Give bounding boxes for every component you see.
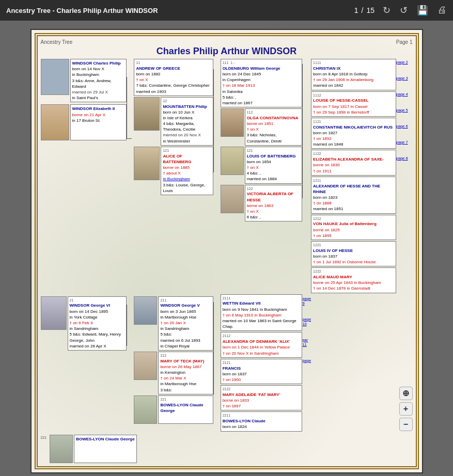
francis-name: FRANCIS	[223, 366, 301, 371]
von-hauke-number: 1212	[313, 216, 394, 221]
george-vi-died: † on 6 Feb X	[70, 320, 125, 326]
andrew-card: 11 ANDREW OF GREECE born on 1882 † on X …	[134, 59, 213, 96]
page-link-7[interactable]: page 7	[396, 140, 413, 145]
george-v-siblings: 5 b&s:	[160, 331, 211, 337]
bottom-photo	[50, 435, 73, 463]
olga-name: OLGA CONSTANTINOVNA	[247, 115, 301, 121]
louise-died: † on 29 Sep 1898 in Bernstorff	[313, 109, 394, 115]
alice-died-place[interactable]: in Buckingham	[163, 176, 211, 182]
mary-adelaide-number: 2122	[223, 387, 301, 392]
mountbatten-born: born on 10 Jun X	[163, 109, 211, 115]
von-hauke-born: borne on 1825	[313, 227, 394, 233]
george-vi-born-place: in York Cottage	[70, 314, 125, 320]
bowes-number: 221	[160, 397, 211, 402]
mary-teck-number: 212	[160, 353, 211, 358]
olga-photo	[221, 108, 244, 137]
alexandra-died: † on 20 Nov X in Sandringham	[223, 351, 301, 356]
zoom-out-btn[interactable]: −	[399, 418, 413, 431]
page-link-3[interactable]: page 3	[396, 76, 413, 81]
george-vi-photo	[41, 296, 67, 330]
andrew-married: married on 1903	[136, 89, 211, 94]
oldenburg-name: OLDENBURG William George	[223, 66, 301, 71]
christian-died: † on 29 Jan 1906 in Amalienborg	[313, 77, 394, 83]
oldenburg-died: † on 18 Mar 1913	[223, 83, 301, 88]
page-total: 15	[366, 6, 374, 14]
col2-generation-3: 2111 WETTIN Edward VII born on 9 Nov 184…	[221, 294, 303, 433]
alexandra-card: 2112 ALEXANDRA OF DENMARK 'ALIX' born on…	[221, 332, 303, 357]
page-link-2[interactable]: page 2	[396, 60, 413, 65]
louis-iv-card: 1221 LOUIS IV OF HESSE born on 1837 † on…	[311, 241, 396, 266]
ancestry-tree: WINDSOR Charles Philip born on 14 Nov X …	[41, 59, 413, 433]
mary-adelaide-name: MARY ADELAIDE 'FAT MARY'	[223, 392, 301, 398]
elizabeth-photo	[41, 104, 69, 140]
george-v-born: born on 3 Jun 1865	[160, 309, 211, 314]
andrew-died: † on X	[136, 77, 211, 83]
connector-2	[213, 59, 221, 294]
louis-iv-name: LOUIS IV OF HESSE	[313, 248, 394, 253]
oldenburg-card: 111 1 - OLDENBURG William George born on…	[221, 59, 303, 107]
elizabeth-saxe-number: 1122	[313, 151, 394, 156]
constantine-born: born on 1827	[313, 130, 394, 136]
wettin-card: 2111 WETTIN Edward VII born on 9 Nov 184…	[221, 294, 303, 331]
alice-maud-died: † on 14 Dec 1878 in Darmstadt	[313, 285, 394, 291]
mary-adelaide-born: borne on 1833	[223, 398, 301, 403]
print-icon[interactable]: 🖨	[438, 5, 447, 16]
wettin-born: born on 9 Nov 1841 in Buckingham	[223, 307, 301, 312]
george-v-photo	[134, 296, 157, 325]
main-area: Ancestry Tree Page 1 Charles Philip Arth…	[0, 21, 453, 476]
page-link-6[interactable]: page 6	[396, 124, 413, 129]
bottom-name: BOWES-LYON Claude George	[76, 436, 135, 442]
george-v-died-place: in Sandringham	[160, 326, 211, 331]
bowes-photo	[134, 395, 157, 424]
louise-number: 1112	[313, 93, 394, 98]
louis-photo	[221, 147, 244, 175]
george-vi-card: 21 WINDSOR George VI born on 14 Dec 1895…	[68, 296, 127, 351]
back-icon[interactable]: ↺	[400, 5, 408, 16]
zoom-in-btn[interactable]: +	[399, 402, 413, 416]
olga-born: borne on 1851	[247, 121, 301, 126]
elizabeth-saxe-born: borne on 1830	[313, 162, 394, 168]
col-generation-3a: 111 1 - OLDENBURG William George born on…	[221, 59, 303, 294]
christian-name: CHRISTIAN IX	[313, 66, 394, 71]
george-v-name: WINDSOR George V	[160, 303, 211, 308]
page-link-10[interactable]: page 10	[302, 317, 311, 326]
george-v-married: married on 6 Jul 1893	[160, 338, 211, 343]
alexander-died: † on 1888	[313, 200, 394, 206]
louis-name: LOUIS OF BATTENBERG	[247, 153, 301, 159]
page-link-4[interactable]: page 4	[396, 92, 413, 97]
oldenburg-siblings: 5 b&s: ,	[223, 94, 301, 100]
wettin-name: WETTIN Edward VII	[223, 300, 301, 306]
george-v-born-place: in Marlborough Hse	[160, 314, 211, 320]
olga-card: 112 OLGA CONSTANTINOVNA borne on 1851 † …	[245, 108, 303, 146]
document-page: Ancestry Tree Page 1 Charles Philip Arth…	[30, 29, 423, 473]
charles-photo	[41, 59, 69, 95]
mountbatten-born-place: in Isle of Kerkira	[163, 115, 211, 121]
louise-born: born on 7 Sep 1817 in Cassel	[313, 104, 394, 109]
mary-teck-siblings: 3 b&s:	[160, 387, 211, 393]
page-link-5[interactable]: page 5	[396, 108, 413, 113]
zoom-reset-btn[interactable]: ⊕	[399, 387, 413, 400]
col2-connector-1	[127, 294, 134, 433]
victoria-photo	[221, 185, 244, 213]
charles-married: married on 29 Jul X	[72, 89, 125, 95]
mountbatten-photo	[134, 97, 160, 131]
alexandra-born: born on 1 Dec 1844 in Yellow Palace	[223, 344, 301, 350]
page-link-8[interactable]: page 8	[396, 156, 413, 161]
george-v-married-place: in Chapel Royal	[160, 343, 211, 349]
page-link-12[interactable]: page	[302, 358, 311, 363]
louis-card: 121 LOUIS OF BATTENBERG born on 1854 † o…	[245, 147, 303, 184]
save-icon[interactable]: 💾	[417, 5, 428, 16]
mary-teck-photo	[134, 352, 157, 380]
louise-card: 1112 LOUISE OF HESSE-CASSEL born on 7 Se…	[311, 91, 396, 117]
oldenburg-number: 111	[223, 60, 229, 66]
refresh-icon[interactable]: ↻	[383, 5, 390, 16]
page-link-9[interactable]: page 9	[302, 296, 311, 306]
page-link-11[interactable]: par 11	[302, 338, 311, 347]
mountbatten-name: MOUNTBATTEN Philip	[163, 104, 211, 109]
col2-connector-2	[213, 294, 221, 433]
andrew-born: born on 1882	[136, 71, 211, 77]
alice-siblings: 3 b&s: Louise, George, Louis	[163, 182, 211, 194]
andrew-number: 11	[136, 60, 211, 66]
victoria-born: borne on 1863	[247, 203, 301, 209]
von-hauke-name: VON HAUKE Julia of Battenberg	[313, 221, 394, 227]
